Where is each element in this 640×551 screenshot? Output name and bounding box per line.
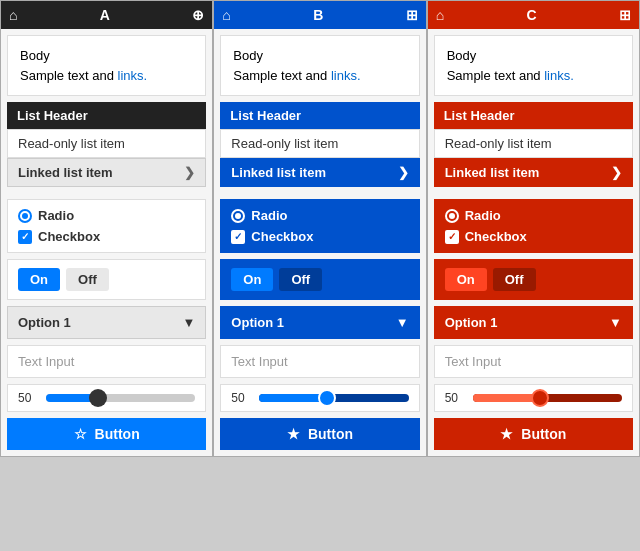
col-c-toggle-section: On Off: [434, 259, 633, 300]
col-b-title: B: [313, 7, 323, 23]
toggle-on-b[interactable]: On: [231, 268, 273, 291]
radio-circle-a: [18, 209, 32, 223]
radio-label-c: Radio: [465, 208, 501, 223]
body-sample-a: Sample text and links.: [20, 66, 193, 86]
star-icon-c: ★: [500, 426, 513, 442]
home-icon-c: ⌂: [436, 7, 444, 23]
col-c-header: ⌂ C ⊞: [428, 1, 639, 29]
col-a-list-header: List Header: [7, 102, 206, 129]
col-b-dropdown[interactable]: Option 1 ▼: [220, 306, 419, 339]
col-a-toggle-section: On Off: [7, 259, 206, 300]
col-a-input[interactable]: Text Input: [7, 345, 206, 378]
col-c-button[interactable]: ★ Button: [434, 418, 633, 450]
grid-icon-b: ⊞: [406, 7, 418, 23]
col-a-slider-value: 50: [18, 391, 38, 405]
radio-circle-c: [445, 209, 459, 223]
body-text-b: Body: [233, 46, 406, 66]
col-b-radio-item[interactable]: Radio: [231, 208, 408, 223]
col-b-slider-fill: [259, 394, 326, 402]
dropdown-arrow-b: ▼: [396, 315, 409, 330]
col-a-dropdown[interactable]: Option 1 ▼: [7, 306, 206, 339]
toggle-off-a[interactable]: Off: [66, 268, 109, 291]
toggle-on-c[interactable]: On: [445, 268, 487, 291]
col-a-slider-track[interactable]: [46, 394, 195, 402]
col-a-radio-check: Radio ✓ Checkbox: [7, 199, 206, 253]
column-a: ⌂ A ⊕ Body Sample text and links. List H…: [0, 0, 213, 457]
col-b-radio-check: Radio ✓ Checkbox: [220, 199, 419, 253]
globe-icon: ⊕: [192, 7, 204, 23]
col-a-title: A: [100, 7, 110, 23]
col-b-body: Body Sample text and links.: [220, 35, 419, 96]
col-a-button[interactable]: ☆ Button: [7, 418, 206, 450]
col-a-linked-arrow: ❯: [184, 165, 195, 180]
home-icon: ⌂: [9, 7, 17, 23]
body-link-b[interactable]: links.: [331, 68, 361, 83]
radio-inner-b: [235, 213, 241, 219]
col-c-slider-fill: [473, 394, 540, 402]
checkbox-box-b: ✓: [231, 230, 245, 244]
col-c-slider-track[interactable]: [473, 394, 622, 402]
body-link-c[interactable]: links.: [544, 68, 574, 83]
col-b-slider-thumb[interactable]: [318, 389, 336, 407]
body-sample-b: Sample text and links.: [233, 66, 406, 86]
col-a-readonly-item: Read-only list item: [7, 129, 206, 158]
col-c-linked-arrow: ❯: [611, 165, 622, 180]
toggle-off-c[interactable]: Off: [493, 268, 536, 291]
radio-inner-a: [22, 213, 28, 219]
home-icon-b: ⌂: [222, 7, 230, 23]
col-b-slider-value: 50: [231, 391, 251, 405]
col-c-slider-value: 50: [445, 391, 465, 405]
toggle-on-a[interactable]: On: [18, 268, 60, 291]
col-c-slider-section: 50: [434, 384, 633, 412]
col-c-slider-thumb[interactable]: [531, 389, 549, 407]
radio-label-a: Radio: [38, 208, 74, 223]
toggle-off-b[interactable]: Off: [279, 268, 322, 291]
dropdown-arrow-c: ▼: [609, 315, 622, 330]
col-a-linked-item[interactable]: Linked list item ❯: [7, 158, 206, 187]
col-a-slider-section: 50: [7, 384, 206, 412]
col-b-linked-item[interactable]: Linked list item ❯: [220, 158, 419, 187]
col-b-linked-arrow: ❯: [398, 165, 409, 180]
col-b-slider-section: 50: [220, 384, 419, 412]
col-c-checkbox-item[interactable]: ✓ Checkbox: [445, 229, 622, 244]
col-b-checkbox-item[interactable]: ✓ Checkbox: [231, 229, 408, 244]
col-c-radio-check: Radio ✓ Checkbox: [434, 199, 633, 253]
col-c-radio-item[interactable]: Radio: [445, 208, 622, 223]
col-c-list-header: List Header: [434, 102, 633, 129]
col-b-header: ⌂ B ⊞: [214, 1, 425, 29]
col-a-body: Body Sample text and links.: [7, 35, 206, 96]
grid-icon-c: ⊞: [619, 7, 631, 23]
checkbox-label-c: Checkbox: [465, 229, 527, 244]
column-c: ⌂ C ⊞ Body Sample text and links. List H…: [427, 0, 640, 457]
col-b-list-header: List Header: [220, 102, 419, 129]
body-sample-c: Sample text and links.: [447, 66, 620, 86]
body-link-a[interactable]: links.: [118, 68, 148, 83]
col-b-slider-track[interactable]: [259, 394, 408, 402]
body-text-a: Body: [20, 46, 193, 66]
radio-circle-b: [231, 209, 245, 223]
star-icon-a: ☆: [74, 426, 87, 442]
col-c-input[interactable]: Text Input: [434, 345, 633, 378]
radio-inner-c: [449, 213, 455, 219]
col-c-title: C: [526, 7, 536, 23]
col-a-checkbox-item[interactable]: ✓ Checkbox: [18, 229, 195, 244]
col-b-readonly-item: Read-only list item: [220, 129, 419, 158]
col-b-button[interactable]: ★ Button: [220, 418, 419, 450]
checkbox-box-c: ✓: [445, 230, 459, 244]
checkbox-box-a: ✓: [18, 230, 32, 244]
col-c-dropdown[interactable]: Option 1 ▼: [434, 306, 633, 339]
col-c-linked-item[interactable]: Linked list item ❯: [434, 158, 633, 187]
col-a-slider-thumb[interactable]: [89, 389, 107, 407]
checkbox-label-a: Checkbox: [38, 229, 100, 244]
col-a-radio-item[interactable]: Radio: [18, 208, 195, 223]
col-a-header: ⌂ A ⊕: [1, 1, 212, 29]
body-text-c: Body: [447, 46, 620, 66]
col-c-body: Body Sample text and links.: [434, 35, 633, 96]
column-b: ⌂ B ⊞ Body Sample text and links. List H…: [213, 0, 426, 457]
dropdown-arrow-a: ▼: [182, 315, 195, 330]
radio-label-b: Radio: [251, 208, 287, 223]
star-icon-b: ★: [287, 426, 300, 442]
col-c-readonly-item: Read-only list item: [434, 129, 633, 158]
checkbox-label-b: Checkbox: [251, 229, 313, 244]
col-b-input[interactable]: Text Input: [220, 345, 419, 378]
